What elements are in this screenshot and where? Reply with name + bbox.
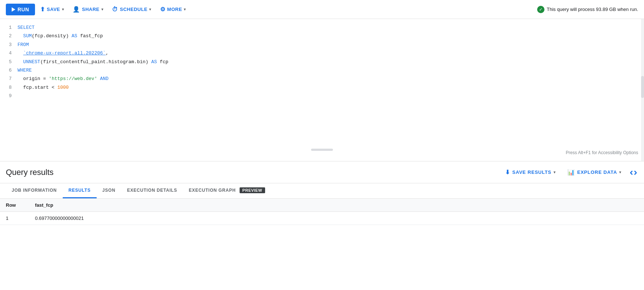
share-label: SHARE (82, 7, 100, 12)
code-line-6: WHERE (18, 66, 638, 75)
save-icon: ⬆ (40, 6, 45, 13)
run-label: RUN (18, 7, 29, 12)
save-chevron-icon: ▾ (62, 7, 64, 11)
scrollbar-thumb (641, 76, 644, 98)
share-button[interactable]: 👤 SHARE ▾ (69, 3, 107, 16)
horizontal-scrollbar[interactable] (311, 149, 333, 151)
explore-data-label: EXPLORE DATA (577, 169, 617, 175)
results-section: Query results ⬇ SAVE RESULTS ▾ 📊 EXPLORE… (0, 161, 644, 225)
cell-empty (544, 212, 644, 225)
cell-fast-fcp-value: 0.69770000000000021 (29, 212, 544, 225)
column-header-fast-fcp: fast_fcp (29, 199, 544, 212)
query-info: ✓ This query will process 93.89 GB when … (537, 6, 638, 13)
schedule-chevron-icon: ▾ (149, 7, 151, 11)
explore-data-button[interactable]: 📊 EXPLORE DATA ▾ (563, 166, 626, 179)
save-label: SAVE (47, 7, 60, 12)
more-button[interactable]: ⚙ MORE ▾ (156, 3, 190, 16)
share-chevron-icon: ▾ (101, 7, 104, 11)
save-results-icon: ⬇ (505, 169, 510, 176)
tab-job-information[interactable]: JOB INFORMATION (6, 183, 63, 198)
check-circle-icon: ✓ (537, 6, 544, 13)
code-line-5: UNNEST(first_contentful_paint.histogram.… (18, 58, 638, 66)
code-line-7: origin = 'https://web.dev' AND (18, 75, 638, 83)
tab-execution-details[interactable]: EXECUTION DETAILS (121, 183, 183, 198)
code-line-8: fcp.start < 1000 (18, 83, 638, 92)
editor-container: 1 2 3 4 5 6 7 8 9 SELECT SUM(fcp.density… (0, 19, 644, 161)
schedule-icon: ⏱ (112, 6, 118, 13)
column-header-empty (544, 199, 644, 212)
column-header-row: Row (0, 199, 29, 212)
save-results-button[interactable]: ⬇ SAVE RESULTS ▾ (501, 166, 560, 179)
code-editor[interactable]: SELECT SUM(fcp.density) AS fast_fcp FROM… (15, 19, 644, 161)
more-chevron-icon: ▾ (184, 7, 186, 11)
vertical-scrollbar[interactable] (641, 19, 644, 161)
save-button[interactable]: ⬆ SAVE ▾ (36, 3, 67, 16)
results-table: Row fast_fcp 1 0.69770000000000021 (0, 199, 644, 225)
tab-results[interactable]: RESULTS (63, 183, 97, 198)
schedule-button[interactable]: ⏱ SCHEDULE ▾ (108, 3, 155, 16)
code-line-3: FROM (18, 41, 638, 49)
code-line-2: SUM(fcp.density) AS fast_fcp (18, 32, 638, 40)
cell-row-number: 1 (0, 212, 29, 225)
code-line-9 (18, 92, 638, 100)
explore-data-icon: 📊 (567, 169, 575, 176)
play-icon (12, 7, 15, 12)
save-results-chevron-icon: ▾ (554, 170, 556, 174)
accessibility-hint: Press Alt+F1 for Accessibility Options (566, 150, 638, 155)
preview-badge: PREVIEW (240, 187, 265, 193)
line-numbers: 1 2 3 4 5 6 7 8 9 (0, 19, 15, 161)
table-row: 1 0.69770000000000021 (0, 212, 644, 225)
expand-button[interactable] (629, 168, 638, 177)
toolbar: RUN ⬆ SAVE ▾ 👤 SHARE ▾ ⏱ SCHEDULE ▾ ⚙ MO… (0, 0, 644, 19)
save-results-label: SAVE RESULTS (512, 169, 551, 175)
results-actions: ⬇ SAVE RESULTS ▾ 📊 EXPLORE DATA ▾ (501, 166, 638, 179)
expand-icon (630, 169, 637, 176)
more-label: MORE (167, 7, 182, 12)
run-button[interactable]: RUN (6, 4, 35, 15)
explore-data-chevron-icon: ▾ (619, 170, 621, 174)
tab-execution-graph[interactable]: EXECUTION GRAPH PREVIEW (183, 183, 271, 198)
code-line-1: SELECT (18, 23, 638, 32)
tabs-bar: JOB INFORMATION RESULTS JSON EXECUTION D… (0, 183, 644, 199)
share-icon: 👤 (73, 6, 80, 13)
table-header-row: Row fast_fcp (0, 199, 644, 212)
schedule-label: SCHEDULE (120, 7, 148, 12)
editor-inner: 1 2 3 4 5 6 7 8 9 SELECT SUM(fcp.density… (0, 19, 644, 161)
code-line-4: `chrome-ux-report.all.202206`, (18, 49, 638, 57)
results-header: Query results ⬇ SAVE RESULTS ▾ 📊 EXPLORE… (0, 161, 644, 183)
gear-icon: ⚙ (160, 6, 166, 13)
tab-json[interactable]: JSON (97, 183, 121, 198)
query-info-text: This query will process 93.89 GB when ru… (547, 7, 638, 12)
results-title: Query results (6, 168, 501, 177)
